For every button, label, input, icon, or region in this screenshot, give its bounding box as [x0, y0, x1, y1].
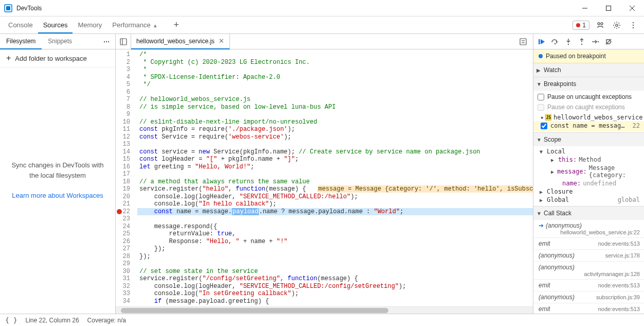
callstack-section-header[interactable]: ▼ Call Stack: [533, 207, 644, 220]
svg-point-10: [633, 24, 634, 25]
navigator-toggle-icon[interactable]: [116, 34, 131, 49]
svg-point-9: [633, 22, 634, 23]
stack-frame[interactable]: emitnode:events:513: [533, 280, 644, 291]
minimize-button[interactable]: [573, 0, 597, 16]
statusbar: { } Line 22, Column 26 Coverage: n/a: [0, 314, 644, 326]
more-icon[interactable]: [628, 20, 639, 31]
file-tab[interactable]: helloworld_webos_service.js ✕: [131, 34, 230, 49]
step-over-button[interactable]: [549, 36, 561, 48]
chevron-right-icon: ▶: [536, 67, 542, 73]
svg-point-6: [598, 23, 600, 25]
issues-badge[interactable]: 1: [573, 21, 589, 30]
stack-frame[interactable]: (anonymous)service.js:178: [533, 250, 644, 262]
learn-more-link[interactable]: Learn more about Workspaces: [0, 192, 115, 199]
stack-frame[interactable]: emitnode:events:513: [533, 238, 644, 250]
tab-memory[interactable]: Memory: [73, 17, 107, 33]
file-tab-close-icon[interactable]: ✕: [219, 37, 224, 45]
svg-rect-3: [606, 6, 611, 10]
editor-panel: helloworld_webos_service.js ✕ 1234567891…: [116, 34, 533, 314]
svg-point-8: [616, 24, 618, 26]
svg-point-7: [601, 23, 603, 25]
svg-point-21: [568, 43, 569, 44]
svg-point-11: [633, 27, 634, 28]
debugger-panel: Paused on breakpoint ▶ Watch ▼ Breakpoin…: [533, 34, 644, 314]
devtools-icon: [4, 4, 12, 12]
paused-label: Paused on breakpoint: [546, 53, 606, 60]
settings-icon[interactable]: [611, 20, 622, 31]
breakpoint-file[interactable]: ▪ JS helloworld_webos_service....: [533, 112, 644, 121]
issue-count: 1: [582, 22, 586, 29]
editor-more-icon[interactable]: [517, 36, 529, 47]
pretty-print-icon[interactable]: { }: [5, 316, 17, 324]
breakpoint-entry[interactable]: const name = messag… 22: [533, 121, 644, 131]
stack-frame[interactable]: (anonymous)subscription.js:39: [533, 291, 644, 303]
svg-rect-1: [6, 6, 10, 10]
pause-caught-checkbox[interactable]: Pause on caught exceptions: [533, 102, 644, 112]
resume-button[interactable]: [535, 36, 548, 48]
stack-frame[interactable]: emitnode:events:513: [533, 303, 644, 314]
scope-closure[interactable]: ▶Closure: [538, 187, 644, 196]
paused-status: Paused on breakpoint: [533, 49, 644, 63]
paused-dot-icon: [539, 54, 543, 58]
activity-icon[interactable]: [595, 20, 606, 31]
scope-message[interactable]: ▶message: Message {category:: [549, 164, 644, 179]
step-button[interactable]: [589, 36, 601, 48]
deactivate-breakpoints-button[interactable]: [602, 36, 615, 48]
watch-section-header[interactable]: ▶ Watch: [533, 63, 644, 77]
debugger-controls: [533, 34, 644, 49]
navigator-panel: FilesystemSnippets ⋯ + Add folder to wor…: [0, 34, 116, 314]
svg-rect-14: [520, 39, 526, 45]
svg-rect-17: [539, 39, 540, 44]
breakpoint-checkbox[interactable]: [541, 123, 547, 129]
scope-global[interactable]: ▶Global global: [538, 196, 644, 204]
scope-name: name: undefined: [560, 179, 644, 187]
record-dot-icon: [576, 23, 580, 27]
svg-point-23: [581, 43, 582, 44]
workspace-sync-message: Sync changes in DevTools with the local …: [0, 160, 115, 180]
scope-section-header[interactable]: ▼ Scope: [533, 133, 644, 146]
svg-point-25: [598, 41, 599, 42]
coverage-status: Coverage: n/a: [87, 317, 126, 324]
scope-this[interactable]: ▶this: Method: [549, 156, 644, 164]
horizontal-scrollbar[interactable]: [116, 306, 533, 314]
svg-rect-12: [120, 39, 127, 45]
breakpoints-section-header[interactable]: ▼ Breakpoints: [533, 77, 644, 91]
scrollbar-thumb[interactable]: [121, 308, 388, 313]
svg-marker-18: [541, 39, 545, 44]
titlebar: DevTools: [0, 0, 644, 16]
navigator-tab-filesystem[interactable]: Filesystem: [0, 34, 42, 49]
plus-icon: +: [6, 54, 11, 63]
window-controls: [573, 0, 644, 16]
scope-local[interactable]: ▼Local: [538, 147, 644, 156]
code-editor[interactable]: 1234567891011121314151617181920212223242…: [116, 49, 533, 306]
maximize-button[interactable]: [597, 0, 620, 16]
navigator-tab-snippets[interactable]: Snippets: [42, 34, 78, 49]
step-out-button[interactable]: [576, 36, 588, 48]
chevron-down-icon: ▼: [536, 211, 542, 216]
close-button[interactable]: [620, 0, 644, 16]
breakpoint-marker-icon[interactable]: [117, 209, 122, 214]
step-into-button[interactable]: [562, 36, 575, 48]
main-tabbar: ConsoleSourcesMemoryPerformance▲ + 1: [0, 16, 644, 34]
tab-performance[interactable]: Performance▲: [107, 17, 163, 33]
pause-uncaught-checkbox[interactable]: Pause on uncaught exceptions: [533, 92, 644, 102]
js-file-icon: JS: [545, 114, 551, 121]
add-folder-button[interactable]: + Add folder to workspace: [0, 49, 115, 67]
navigator-more-icon[interactable]: ⋯: [98, 38, 115, 45]
tab-sources[interactable]: Sources: [38, 17, 73, 33]
add-folder-label: Add folder to workspace: [15, 55, 86, 62]
navigator-tabs: FilesystemSnippets ⋯: [0, 34, 115, 49]
stack-frame[interactable]: ➔(anonymous)helloworld_webos_service.js:…: [533, 220, 644, 238]
add-panel-button[interactable]: +: [169, 18, 184, 32]
chevron-down-icon: ▼: [536, 137, 542, 143]
chevron-down-icon: ▼: [536, 81, 542, 87]
stack-frame[interactable]: (anonymous)activitymanager.js:128: [533, 262, 644, 280]
window-title: DevTools: [16, 5, 573, 12]
svg-point-19: [554, 43, 556, 44]
tab-console[interactable]: Console: [3, 17, 38, 33]
file-tab-label: helloworld_webos_service.js: [136, 38, 214, 45]
cursor-position: Line 22, Column 26: [25, 317, 79, 324]
